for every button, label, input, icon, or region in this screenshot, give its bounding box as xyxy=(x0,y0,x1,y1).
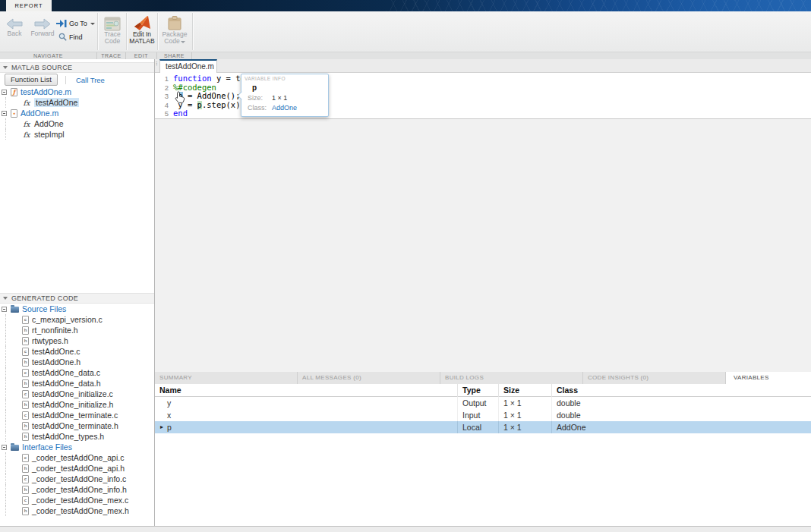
tab-function-list[interactable]: Function List xyxy=(5,74,58,86)
tab-variables[interactable]: VARIABLES xyxy=(726,372,811,384)
tree-item-label[interactable]: _coder_testAddOne_api.c xyxy=(32,453,124,462)
tree-item[interactable]: cc_mexapi_version.c xyxy=(0,314,154,325)
cell-size: 1 × 1 xyxy=(498,397,551,409)
generated-code-header[interactable]: GENERATED CODE xyxy=(0,293,154,304)
tree-item[interactable]: htestAddOne_initialize.h xyxy=(0,399,154,410)
back-button[interactable]: Back xyxy=(5,17,24,37)
collapse-toggle[interactable] xyxy=(2,445,7,450)
collapse-toggle[interactable] xyxy=(2,90,7,95)
forward-button[interactable]: Forward xyxy=(29,17,56,37)
tree-item-label[interactable]: AddOne.m xyxy=(21,109,58,118)
tab-build-logs[interactable]: BUILD LOGS xyxy=(440,372,583,384)
tree-item-label[interactable]: stepImpl xyxy=(34,130,65,139)
tree-item[interactable]: ctestAddOne_terminate.c xyxy=(0,410,154,420)
tree-item-label[interactable]: c_mexapi_version.c xyxy=(32,315,103,324)
tree-item[interactable]: htestAddOne.h xyxy=(0,357,154,367)
cell-type: Local xyxy=(457,421,498,433)
tree-item[interactable]: Interface Files xyxy=(0,442,154,452)
tree-item-label[interactable]: _coder_testAddOne_info.c xyxy=(32,474,126,483)
tree-item-label[interactable]: Source Files xyxy=(22,304,66,313)
tab-summary[interactable]: SUMMARY xyxy=(155,372,298,384)
tree-item[interactable]: fxAddOne xyxy=(0,118,154,129)
collapse-toggle[interactable] xyxy=(2,111,7,116)
tree-item-label[interactable]: testAddOne.m xyxy=(21,87,71,96)
column-header-type[interactable]: Type xyxy=(457,384,498,397)
tree-item-label[interactable]: testAddOne_data.h xyxy=(32,379,101,388)
tooltip-class-link[interactable]: AddOne xyxy=(272,104,297,112)
sidebar: MATLAB SOURCE Function List Call Tree ƒt… xyxy=(0,59,155,526)
column-header-name[interactable]: Name xyxy=(155,384,457,397)
tree-item-label[interactable]: testAddOne_initialize.h xyxy=(32,400,113,409)
trace-code-button[interactable]: Trace Code xyxy=(99,17,126,45)
file-icon: c xyxy=(22,369,29,377)
tree-item-label[interactable]: Interface Files xyxy=(22,442,72,452)
tree-item[interactable]: htestAddOne_data.h xyxy=(0,378,154,389)
tree-item[interactable]: hrt_nonfinite.h xyxy=(0,325,154,335)
column-header-size[interactable]: Size xyxy=(498,384,551,397)
table-row[interactable]: ▸pLocal1 × 1AddOne xyxy=(155,421,811,433)
tree-item[interactable]: ctestAddOne.c xyxy=(0,346,154,357)
table-row[interactable]: yOutput1 × 1double xyxy=(155,397,811,409)
file-icon: h xyxy=(22,401,29,409)
find-label: Find xyxy=(69,33,83,41)
file-icon: c xyxy=(22,496,29,505)
tree-item[interactable]: c_coder_testAddOne_mex.c xyxy=(0,495,154,505)
tree-item-label[interactable]: AddOne xyxy=(34,119,64,128)
collapse-toggle[interactable] xyxy=(2,307,7,312)
package-code-button[interactable]: Package Code xyxy=(159,15,190,45)
tree-item-label[interactable]: testAddOne.h xyxy=(32,357,80,367)
trace-code-label-line2: Code xyxy=(99,38,126,45)
tree-item[interactable]: c_coder_testAddOne_api.c xyxy=(0,452,154,463)
splitter-grip[interactable]: ⁝ xyxy=(156,62,158,65)
tree-item-label[interactable]: testAddOne_data.c xyxy=(32,368,100,377)
tree-item[interactable]: ƒtestAddOne.m xyxy=(0,87,154,97)
tree-item[interactable]: h_coder_testAddOne_api.h xyxy=(0,463,154,474)
back-arrow-icon xyxy=(6,17,23,30)
tree-item[interactable]: fxstepImpl xyxy=(0,129,154,140)
collapse-triangle-icon[interactable] xyxy=(3,66,8,69)
tree-item-label[interactable]: rtwtypes.h xyxy=(32,336,68,345)
expand-arrow-icon[interactable]: ▸ xyxy=(160,421,163,433)
generated-code-title: GENERATED CODE xyxy=(11,294,78,302)
tree-item[interactable]: ctestAddOne_initialize.c xyxy=(0,389,154,399)
tree-item-label[interactable]: testAddOne_terminate.c xyxy=(32,411,118,420)
tree-item-label[interactable]: rt_nonfinite.h xyxy=(32,326,78,335)
edit-in-matlab-label-line2: MATLAB xyxy=(128,38,156,45)
tree-item-label[interactable]: testAddOne_types.h xyxy=(32,432,104,441)
tree-item-label[interactable]: testAddOne xyxy=(34,98,79,107)
tab-call-tree[interactable]: Call Tree xyxy=(76,76,105,84)
cell-class: AddOne xyxy=(551,421,811,433)
tree-item-label[interactable]: testAddOne_terminate.h xyxy=(32,421,118,430)
tab-testaddone-m[interactable]: testAddOne.m xyxy=(159,59,217,73)
tree-item-label[interactable]: _coder_testAddOne_mex.h xyxy=(32,506,129,515)
tree-item[interactable]: ctestAddOne_data.c xyxy=(0,367,154,378)
forward-label: Forward xyxy=(29,30,56,37)
tree-item-label[interactable]: _coder_testAddOne_api.h xyxy=(32,464,125,473)
tree-item[interactable]: Source Files xyxy=(0,304,154,314)
tree-item[interactable]: h_coder_testAddOne_info.h xyxy=(0,484,154,495)
tree-item[interactable]: htestAddOne_types.h xyxy=(0,431,154,442)
goto-button[interactable]: Go To xyxy=(56,20,95,27)
tree-item[interactable]: h_coder_testAddOne_mex.h xyxy=(0,505,154,516)
status-bar xyxy=(0,526,811,532)
tab-report[interactable]: REPORT xyxy=(6,0,52,11)
tab-all-messages-0[interactable]: ALL MESSAGES (0) xyxy=(298,372,440,384)
tree-item[interactable]: c_coder_testAddOne_info.c xyxy=(0,474,154,484)
table-row[interactable]: xInput1 × 1double xyxy=(155,409,811,421)
edit-in-matlab-button[interactable]: Edit In MATLAB xyxy=(128,15,156,45)
tab-code-insights-0[interactable]: CODE INSIGHTS (0) xyxy=(583,372,726,384)
tree-item[interactable]: htestAddOne_terminate.h xyxy=(0,420,154,431)
tree-item-label[interactable]: testAddOne_initialize.c xyxy=(32,389,113,398)
tree-item[interactable]: hrtwtypes.h xyxy=(0,335,154,346)
matlab-source-header[interactable]: MATLAB SOURCE xyxy=(0,62,154,73)
package-box-icon xyxy=(167,15,182,31)
tree-item[interactable]: fxtestAddOne xyxy=(0,97,154,108)
collapse-triangle-icon[interactable] xyxy=(3,297,8,300)
tree-item-label[interactable]: _coder_testAddOne_info.h xyxy=(32,485,127,494)
tree-item-label[interactable]: _coder_testAddOne_mex.c xyxy=(32,496,128,505)
folder-icon xyxy=(11,307,19,313)
column-header-class[interactable]: Class xyxy=(551,384,811,397)
tree-item[interactable]: ●AddOne.m xyxy=(0,108,154,118)
find-button[interactable]: Find xyxy=(58,33,83,41)
tree-item-label[interactable]: testAddOne.c xyxy=(32,347,80,356)
